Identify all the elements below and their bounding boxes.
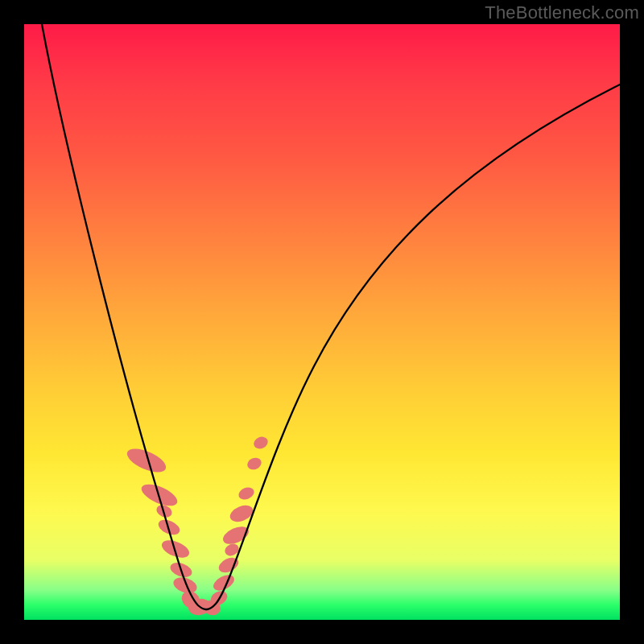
marker-lobe (246, 456, 263, 472)
chart-frame: TheBottleneck.com (0, 0, 644, 644)
marker-lobe (252, 435, 270, 451)
plot-area (24, 24, 620, 620)
marker-lobe (124, 444, 169, 477)
watermark-text: TheBottleneck.com (485, 2, 639, 23)
chart-svg (24, 24, 620, 620)
bottleneck-curve (42, 24, 620, 609)
marker-lobe (237, 485, 256, 502)
marker-lobe (221, 523, 251, 547)
marker-lobe (159, 537, 192, 561)
marker-lobe (228, 502, 256, 525)
